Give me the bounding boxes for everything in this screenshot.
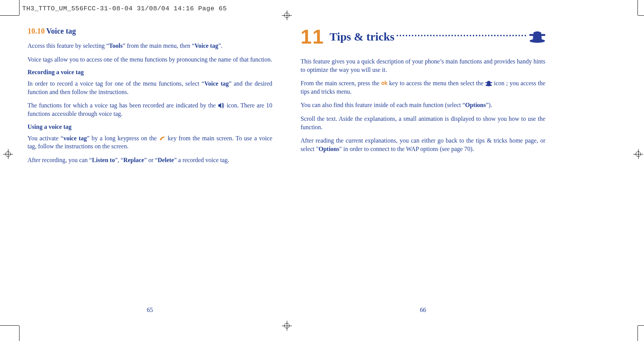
- page-right: 11 Tips & tricks This feature gives you …: [301, 23, 545, 321]
- page-number: 65: [28, 307, 272, 313]
- magic-hat-icon: [529, 30, 545, 43]
- page-number: 66: [301, 307, 545, 313]
- paragraph: You activate “voice tag” by a long keypr…: [28, 134, 272, 151]
- paragraph: In order to record a voice tag for one o…: [28, 80, 272, 96]
- sub-heading: Recording a voice tag: [28, 69, 272, 76]
- paragraph: This feature gives you a quick descripti…: [301, 57, 545, 74]
- registration-mark-icon: [282, 10, 292, 20]
- svg-rect-1: [529, 34, 545, 36]
- speaker-icon: [218, 102, 224, 109]
- page-left: 10.10Voice tag Access this feature by se…: [28, 23, 272, 321]
- section-heading: 10.10Voice tag: [28, 27, 272, 36]
- crop-mark: [0, 325, 19, 326]
- crop-mark: [638, 15, 644, 16]
- section-title-text: Voice tag: [46, 27, 76, 35]
- crop-mark: [19, 326, 20, 341]
- registration-mark-icon: [282, 321, 292, 331]
- sub-heading: Using a voice tag: [28, 123, 272, 130]
- paragraph: From the main screen, press the ok key t…: [301, 79, 545, 96]
- chapter-number: 11: [301, 27, 324, 47]
- paragraph: After reading the current explanations, …: [301, 136, 545, 153]
- crop-mark: [637, 326, 638, 341]
- paragraph: The functions for which a voice tag has …: [28, 101, 272, 118]
- registration-mark-icon: [3, 149, 13, 159]
- chapter-heading: 11 Tips & tricks: [301, 27, 545, 47]
- ok-key-icon: ok: [381, 80, 387, 87]
- crop-mark: [638, 325, 644, 326]
- paragraph: Voice tags allow you to access one of th…: [28, 55, 272, 64]
- paragraph: Scroll the text. Aside the explanations,…: [301, 115, 545, 131]
- paragraph: You can also find this feature inside of…: [301, 101, 545, 109]
- crop-mark: [19, 0, 20, 15]
- magic-hat-small-icon: [485, 80, 492, 86]
- leader-dots: [397, 35, 526, 36]
- crop-mark: [0, 15, 19, 16]
- crop-mark: [637, 0, 638, 15]
- phone-key-icon: [159, 135, 166, 141]
- paragraph: Access this feature by selecting “Tools”…: [28, 42, 272, 50]
- section-number: 10.10: [28, 27, 45, 35]
- registration-mark-icon: [633, 149, 643, 159]
- paragraph: After recording, you can “Listen to”, “R…: [28, 156, 272, 164]
- prepress-header: TH3_TTTO_UM_556FCC-31-08-04 31/08/04 14:…: [22, 5, 227, 12]
- chapter-title: Tips & tricks: [330, 30, 394, 43]
- svg-rect-3: [485, 82, 492, 83]
